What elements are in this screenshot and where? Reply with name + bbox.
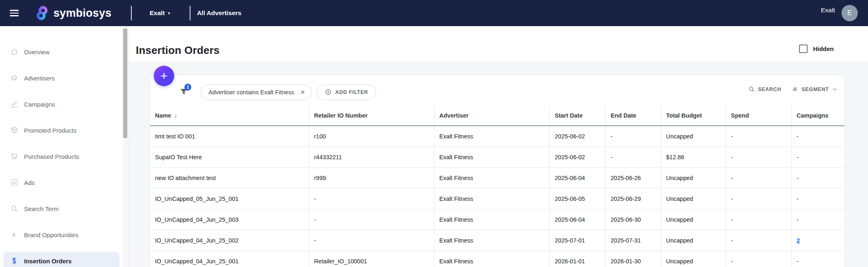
table-row[interactable]: new IO attachment test r999 Exalt Fitnes… xyxy=(150,168,845,189)
column-header[interactable]: Advertiser ↓ xyxy=(434,106,550,125)
cell-name: IO_UnCapped_04_Jun_25_002 xyxy=(150,230,309,251)
cell-total-budget: Uncapped xyxy=(661,126,726,147)
cell-campaigns[interactable]: - xyxy=(792,147,845,167)
cell-end-date: 2025-07-31 xyxy=(606,230,661,251)
cell-start-date: 2025-06-02 xyxy=(550,126,606,147)
dollar-icon xyxy=(10,256,19,265)
avatar-initial: E xyxy=(847,9,852,17)
insertion-orders-table: Name ↓ Retailer IO Number ↓ Advertiser ↓ xyxy=(150,106,845,267)
table-row[interactable]: timt test IO 001 r100 Exalt Fitness 2025… xyxy=(150,126,845,147)
column-header[interactable]: Name ↓ xyxy=(150,106,309,125)
search-icon xyxy=(748,86,755,93)
sort-desc-icon[interactable]: ↓ xyxy=(174,112,177,119)
brand-wordmark: symbiosys xyxy=(53,7,111,20)
cell-total-budget: Uncapped xyxy=(661,168,726,188)
cell-spend: - xyxy=(726,209,792,230)
nav-divider xyxy=(131,6,132,20)
column-header-label: Spend xyxy=(731,112,749,119)
column-header-label: End Date xyxy=(611,112,636,119)
table-header-row: Name ↓ Retailer IO Number ↓ Advertiser ↓ xyxy=(150,106,845,126)
bar-chart-icon xyxy=(10,178,19,187)
sidebar-scrollbar[interactable] xyxy=(122,26,128,267)
column-header[interactable]: Start Date ↓ xyxy=(550,106,606,125)
cell-campaigns[interactable]: - xyxy=(792,126,845,147)
sidebar: Overview Advertisers Campaigns Promoted … xyxy=(0,26,122,267)
cell-campaigns[interactable]: - xyxy=(792,189,845,209)
filter-toolbar: 1 Advertiser contains Exalt Fitness ✕ AD… xyxy=(150,75,844,106)
sidebar-item-label: Campaigns xyxy=(24,101,55,108)
menu-icon[interactable] xyxy=(10,10,20,16)
cell-retailer-io: r999 xyxy=(309,168,434,188)
column-header[interactable]: Total Budget ↓ xyxy=(661,106,726,125)
sidebar-item[interactable]: Insertion Orders xyxy=(3,252,120,267)
page-body: + 1 Advertiser contains Exalt Fitness ✕ xyxy=(128,62,868,267)
sidebar-item-label: Overview xyxy=(24,49,50,56)
cell-advertiser: Exalt Fitness xyxy=(434,230,550,251)
cell-total-budget: Uncapped xyxy=(661,251,726,267)
search-button[interactable]: SEARCH xyxy=(748,86,781,93)
table-row[interactable]: IO_UnCapped_05_Jun_25_001 - Exalt Fitnes… xyxy=(150,189,845,209)
advertiser-scope[interactable]: All Advertisers xyxy=(197,9,241,17)
add-filter-button[interactable]: ADD FILTER xyxy=(317,85,376,100)
table-row[interactable]: IO_UnCapped_04_Jun_25_003 - Exalt Fitnes… xyxy=(150,209,845,230)
sidebar-item-label: Search Term xyxy=(24,205,59,212)
cell-campaigns[interactable]: - xyxy=(792,168,845,188)
cart-icon xyxy=(10,152,19,161)
cell-campaigns[interactable]: 2 xyxy=(792,230,845,251)
sidebar-item[interactable]: Campaigns xyxy=(3,95,120,113)
table-body: timt test IO 001 r100 Exalt Fitness 2025… xyxy=(150,126,845,267)
column-header[interactable]: Retailer IO Number ↓ xyxy=(309,106,434,125)
sidebar-item[interactable]: Purchased Products xyxy=(3,147,120,165)
chevron-down-icon: ▾ xyxy=(168,11,170,16)
remove-filter-icon[interactable]: ✕ xyxy=(300,89,305,96)
cell-retailer-io: - xyxy=(309,230,434,251)
cell-start-date: 2025-06-02 xyxy=(550,147,606,167)
table-row[interactable]: SupaIO Test Here r44332211 Exalt Fitness… xyxy=(150,147,845,168)
filter-funnel-icon[interactable]: 1 xyxy=(179,87,189,97)
cell-start-date: 2025-06-04 xyxy=(550,168,606,188)
page-title: Insertion Orders xyxy=(136,44,219,57)
sidebar-item-label: Advertisers xyxy=(24,75,55,82)
sidebar-item-label: Promoted Products xyxy=(24,127,76,134)
plus-circle-icon xyxy=(325,89,332,96)
cell-start-date: 2025-06-04 xyxy=(550,209,606,230)
package-icon xyxy=(10,126,19,135)
hidden-checkbox[interactable] xyxy=(799,44,808,53)
main-content: Insertion Orders Hidden + 1 Advertiser c… xyxy=(128,26,868,267)
sidebar-item[interactable]: Ads xyxy=(3,174,120,191)
column-header[interactable]: Spend ↓ xyxy=(726,106,792,125)
cell-total-budget: Uncapped xyxy=(661,189,726,209)
hidden-toggle[interactable]: Hidden xyxy=(799,44,834,53)
sidebar-scrollbar-thumb[interactable] xyxy=(123,29,127,138)
cell-campaigns[interactable]: - xyxy=(792,209,845,230)
segment-button[interactable]: SEGMENT xyxy=(792,86,838,93)
sidebar-item[interactable]: Advertisers xyxy=(3,69,120,87)
sidebar-item[interactable]: Search Term xyxy=(3,200,120,218)
filter-chip[interactable]: Advertiser contains Exalt Fitness ✕ xyxy=(201,85,312,100)
create-insertion-order-button[interactable]: + xyxy=(154,66,174,86)
retailer-selector[interactable]: Exalt ▾ xyxy=(150,9,170,17)
cell-campaigns[interactable]: - xyxy=(792,251,845,267)
filter-chip-label: Advertiser contains Exalt Fitness xyxy=(208,89,294,96)
column-header[interactable]: End Date ↓ xyxy=(606,106,661,125)
sidebar-item[interactable]: Brand Opportunities xyxy=(3,226,120,244)
cell-end-date: 2025-06-29 xyxy=(606,189,661,209)
table-row[interactable]: IO_UnCapped_04_Jun_25_001 Retailer_IO_10… xyxy=(150,251,845,267)
column-header[interactable]: Campaigns ↓ xyxy=(792,106,845,125)
cell-name: timt test IO 001 xyxy=(150,126,309,147)
sidebar-item[interactable]: Overview xyxy=(3,43,120,61)
nav-divider xyxy=(190,6,190,20)
cell-start-date: 2025-07-01 xyxy=(550,230,606,251)
sidebar-item-label: Brand Opportunities xyxy=(24,231,78,238)
sidebar-item-label: Ads xyxy=(24,179,35,186)
avatar[interactable]: E xyxy=(841,5,858,21)
cell-spend: - xyxy=(726,189,792,209)
cell-spend: - xyxy=(726,126,792,147)
column-header-label: Campaigns xyxy=(797,112,828,119)
sidebar-item[interactable]: Promoted Products xyxy=(3,121,120,139)
cell-advertiser: Exalt Fitness xyxy=(434,168,550,188)
cell-retailer-io: - xyxy=(309,189,434,209)
cell-spend: - xyxy=(726,230,792,251)
symbiosys-logo[interactable]: symbiosys xyxy=(34,5,111,21)
table-row[interactable]: IO_UnCapped_04_Jun_25_002 - Exalt Fitnes… xyxy=(150,230,845,251)
